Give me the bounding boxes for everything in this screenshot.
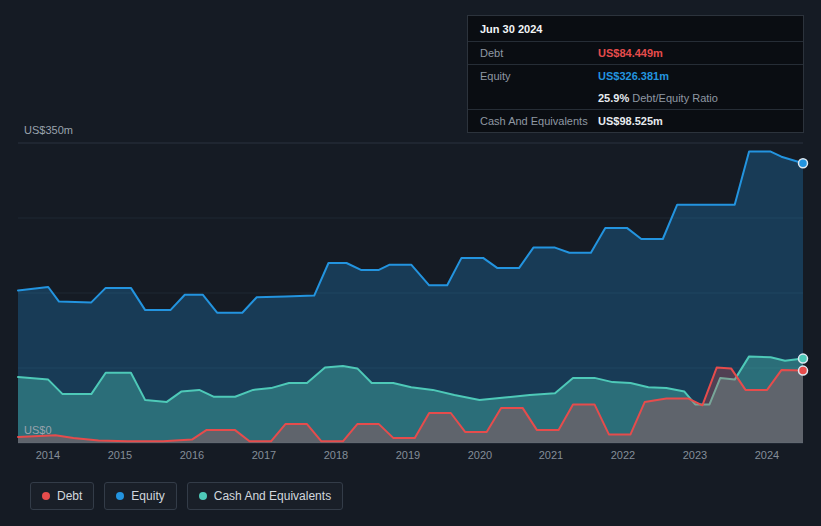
- tooltip-date: Jun 30 2024: [468, 16, 803, 42]
- equity-end-marker[interactable]: [799, 159, 808, 168]
- cash-end-marker[interactable]: [799, 354, 808, 363]
- legend-dot-icon: [199, 492, 207, 500]
- legend-item-equity[interactable]: Equity: [104, 482, 176, 510]
- x-axis-label: 2021: [529, 449, 573, 461]
- tooltip: Jun 30 2024 Debt US$84.449m Equity US$32…: [467, 15, 804, 133]
- tooltip-ratio-label: Debt/Equity Ratio: [632, 92, 718, 104]
- tooltip-cash-row: Cash And Equivalents US$98.525m: [468, 110, 803, 132]
- x-axis-label: 2015: [98, 449, 142, 461]
- tooltip-ratio-value-wrap: 25.9% Debt/Equity Ratio: [598, 91, 718, 105]
- tooltip-cash-value: US$98.525m: [598, 114, 663, 128]
- tooltip-equity-row: Equity US$326.381m: [468, 65, 803, 87]
- x-axis-label: 2022: [601, 449, 645, 461]
- x-axis-label: 2017: [242, 449, 286, 461]
- x-axis-label: 2016: [170, 449, 214, 461]
- tooltip-debt-value: US$84.449m: [598, 46, 663, 60]
- tooltip-equity-label: Equity: [480, 69, 598, 83]
- tooltip-debt-label: Debt: [480, 46, 598, 60]
- legend-item-label: Cash And Equivalents: [214, 489, 331, 503]
- tooltip-equity-value: US$326.381m: [598, 69, 669, 83]
- legend: DebtEquityCash And Equivalents: [30, 482, 343, 510]
- legend-item-label: Equity: [131, 489, 164, 503]
- tooltip-cash-label: Cash And Equivalents: [480, 114, 598, 128]
- debt-equity-chart-panel: US$350m US$0 201420152016201720182019202…: [0, 0, 821, 526]
- tooltip-ratio-row: 25.9% Debt/Equity Ratio: [468, 87, 803, 110]
- legend-item-debt[interactable]: Debt: [30, 482, 94, 510]
- x-axis-label: 2020: [458, 449, 502, 461]
- tooltip-debt-row: Debt US$84.449m: [468, 42, 803, 65]
- x-axis-label: 2014: [26, 449, 70, 461]
- y-axis-label-max: US$350m: [24, 124, 73, 136]
- tooltip-ratio-value: 25.9%: [598, 92, 629, 104]
- x-axis-label: 2019: [386, 449, 430, 461]
- x-axis-label: 2023: [673, 449, 717, 461]
- x-axis-label: 2018: [314, 449, 358, 461]
- legend-dot-icon: [116, 492, 124, 500]
- legend-item-cash-and-equivalents[interactable]: Cash And Equivalents: [187, 482, 343, 510]
- legend-item-label: Debt: [57, 489, 82, 503]
- debt-end-marker[interactable]: [799, 366, 808, 375]
- legend-dot-icon: [42, 492, 50, 500]
- x-axis-label: 2024: [745, 449, 789, 461]
- y-axis-label-min: US$0: [24, 424, 52, 436]
